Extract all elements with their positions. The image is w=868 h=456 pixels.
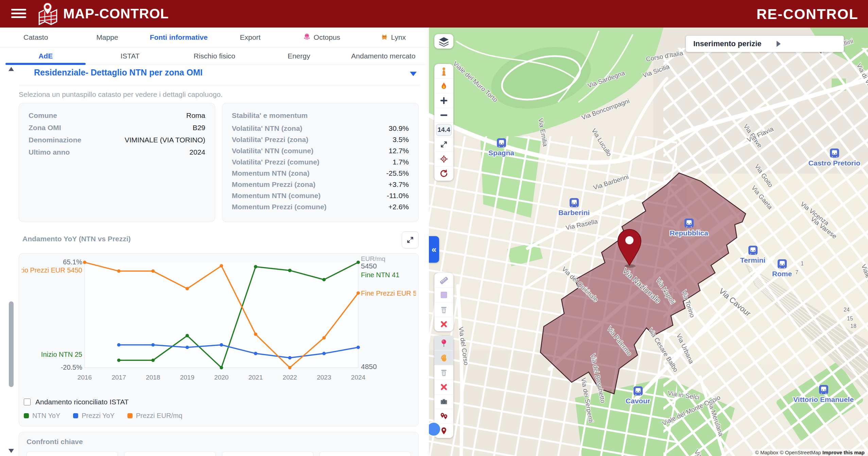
detail-row: ComuneRoma [29, 111, 205, 120]
app-logo: MAP-CONTROL [37, 2, 169, 25]
svg-text:2024: 2024 [351, 374, 366, 381]
tab-label: Fonti informative [150, 33, 208, 41]
double-pin-icon[interactable] [434, 409, 453, 423]
svg-text:Rome: Rome [772, 270, 792, 278]
legend-dot-icon [73, 413, 78, 418]
expand-chart-button[interactable] [402, 231, 419, 248]
detail-row: Zona OMIB29 [29, 124, 205, 132]
row-label: Volatilita' NTN (zona) [232, 124, 302, 133]
perizie-panel-title: Inserimento perizie [693, 39, 762, 48]
attribution-osm[interactable]: © OpenStreetMap [780, 450, 821, 455]
scrollbar-thumb[interactable] [9, 301, 14, 387]
row-value: -25.5% [386, 169, 409, 177]
row-label: Volatilita' NTN (comune) [232, 147, 313, 155]
subtab-istat[interactable]: ISTAT [88, 48, 172, 65]
main-tabs: CatastoMappeFonti informativeExportOctop… [0, 28, 429, 48]
rotate-icon[interactable] [434, 166, 453, 181]
svg-text:2019: 2019 [180, 374, 194, 381]
ruler-icon[interactable] [434, 273, 453, 287]
close-icon[interactable] [434, 380, 453, 394]
section-title[interactable]: Residenziale- Dettaglio NTN per zona OMI [34, 68, 203, 77]
tab-mappe[interactable]: Mappe [71, 28, 143, 47]
hand-icon[interactable] [434, 350, 453, 365]
square-icon[interactable] [434, 287, 453, 302]
route-number: 18 [850, 323, 856, 329]
svg-text:Repubblica: Repubblica [670, 229, 708, 237]
tab-octopus[interactable]: Octopus [286, 28, 357, 47]
svg-text:Inizio NTN 25: Inizio NTN 25 [41, 351, 82, 358]
row-label: Zona OMI [29, 124, 61, 132]
pushpin-icon[interactable] [434, 336, 453, 350]
tab-fonti-informative[interactable]: Fonti informative [143, 28, 214, 47]
svg-text:Spagna: Spagna [488, 149, 514, 157]
detail-row: Volatilita' Prezzi (comune)1.7% [232, 158, 409, 166]
legend-item: NTN YoY [24, 412, 60, 420]
details-card: ComuneRomaZona OMIB29DenominazioneVIMINA… [19, 103, 215, 222]
row-label: Momentum Prezzi (comune) [232, 203, 327, 211]
istat-checkbox[interactable] [24, 399, 31, 405]
tab-catasto[interactable]: Catasto [0, 28, 71, 47]
svg-text:Fine Prezzi EUR 5275: Fine Prezzi EUR 5275 [361, 290, 416, 297]
fire-icon[interactable] [434, 78, 453, 93]
perizie-panel[interactable]: Inserimento perizie [686, 36, 844, 52]
row-value: VIMINALE (VIA TORINO) [125, 136, 205, 144]
tab-label: Mappe [96, 33, 118, 41]
detail-row: Momentum NTN (zona)-25.5% [232, 169, 409, 177]
tab-label: Export [240, 33, 261, 41]
zoom-out-icon[interactable] [434, 108, 453, 122]
route-number: 15 [847, 316, 853, 321]
row-value: 12.7% [388, 147, 409, 155]
tab-label: Lynx [391, 33, 406, 41]
attribution-improve-link[interactable]: Improve this map [822, 450, 865, 455]
row-value: B29 [193, 124, 205, 132]
expand-map-icon[interactable] [434, 137, 453, 152]
route-number: 7 [795, 269, 798, 275]
person-icon[interactable] [434, 64, 453, 78]
svg-text:EUR/mq: EUR/mq [361, 256, 385, 262]
sub-tabs: AdEISTATRischio fisicoEnergyAndamento me… [3, 48, 426, 65]
tab-lynx[interactable]: Lynx [358, 28, 429, 47]
detail-row: Volatilita' Prezzi (zona)3.5% [232, 136, 409, 144]
menu-icon[interactable] [11, 9, 26, 19]
attribution-mapbox[interactable]: © Mapbox [755, 450, 779, 455]
tab-export[interactable]: Export [214, 28, 286, 47]
row-value: 1.7% [393, 158, 409, 166]
trash-icon[interactable] [434, 302, 453, 317]
detail-row: Momentum Prezzi (zona)+3.7% [232, 180, 409, 189]
svg-text:4850: 4850 [361, 363, 377, 370]
chevron-right-icon[interactable] [777, 41, 781, 47]
map-canvas[interactable]: Viale del Muro TortoCorso d'ItaliaVia Sa… [429, 28, 868, 456]
svg-text:-20.5%: -20.5% [61, 364, 83, 371]
trash-icon[interactable] [434, 365, 453, 380]
chart-legend: NTN YoYPrezzi YoYPrezzi EUR/mq [24, 412, 183, 420]
layers-icon[interactable] [434, 34, 453, 49]
subtab-andamento-mercato[interactable]: Andamento mercato [341, 48, 426, 65]
chart-title: Andamento YoY (NTN vs Prezzi) [22, 235, 131, 243]
subtab-energy[interactable]: Energy [257, 48, 341, 65]
app-title: MAP-CONTROL [63, 6, 169, 21]
scroll-down-icon[interactable] [8, 449, 14, 453]
collapse-panel-button[interactable]: « [429, 236, 439, 263]
subtab-rischio-fisico[interactable]: Rischio fisico [172, 48, 257, 65]
map-tools-top: 14.4 [434, 64, 453, 181]
scroll-up-icon[interactable] [8, 67, 14, 71]
legend-dot-icon [24, 413, 29, 418]
subtab-ade[interactable]: AdE [3, 48, 88, 65]
comparison-card: IMI (ultimo anno) [319, 451, 411, 456]
app-root: MAP-CONTROL RE-CONTROL CatastoMappeFonti… [0, 0, 868, 456]
yoy-chart[interactable]: 20162017201820192020202120222023202465.1… [22, 256, 416, 391]
zoom-in-icon[interactable] [434, 93, 453, 108]
route-number: 24 [844, 307, 850, 313]
row-value: -11.0% [387, 192, 409, 200]
row-label: Momentum NTN (zona) [232, 169, 310, 177]
istat-checkbox-label[interactable]: Andamento riconciliato ISTAT [35, 398, 129, 406]
locate-icon[interactable] [434, 152, 453, 166]
comparison-card: Spread Prezzi vs Comune [27, 451, 118, 456]
map-attribution: © Mapbox © OpenStreetMap Improve this ma… [752, 449, 867, 456]
chevron-down-icon[interactable] [410, 72, 417, 76]
svg-text:Fine NTN 41: Fine NTN 41 [361, 271, 399, 279]
detail-row: Momentum Prezzi (comune)+2.6% [232, 203, 409, 211]
close-icon[interactable] [434, 317, 453, 331]
row-value: Roma [186, 111, 205, 120]
camera-icon[interactable] [434, 394, 453, 409]
